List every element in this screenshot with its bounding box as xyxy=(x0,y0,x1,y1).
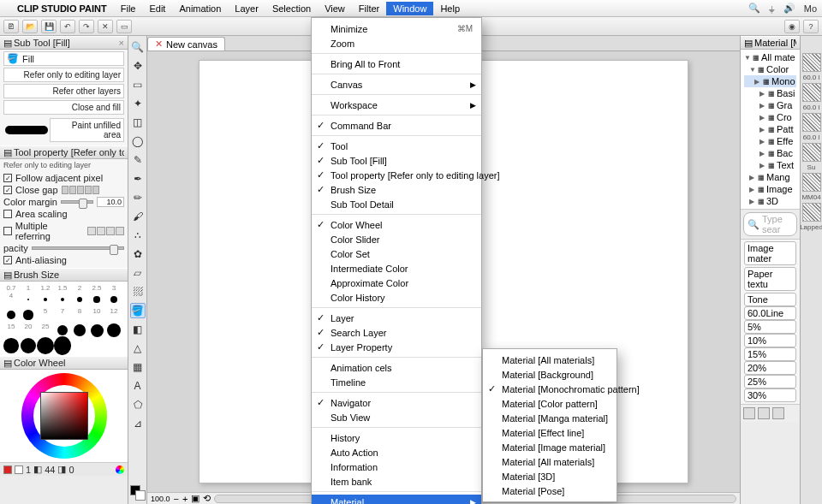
tag-chip[interactable]: Tone xyxy=(744,293,796,306)
brush-size-cell[interactable] xyxy=(37,338,54,353)
tool-correct-icon[interactable]: ⊿ xyxy=(130,416,146,431)
tree-item[interactable]: ▶▦3D xyxy=(744,195,796,207)
tool-wand-icon[interactable]: ✦ xyxy=(130,96,146,111)
tool-operation-icon[interactable]: ▭ xyxy=(130,77,146,92)
menu-item[interactable]: Material [All materials] xyxy=(483,353,616,367)
brush-size-cell[interactable] xyxy=(71,323,88,338)
tree-item[interactable]: ▶▦Patt xyxy=(744,123,796,135)
disclosure-icon[interactable]: ▶ xyxy=(754,78,761,86)
checkbox[interactable] xyxy=(3,227,12,235)
tree-item[interactable]: ▶▦Gra xyxy=(744,99,796,111)
menu-item[interactable]: Sub Tool Detail xyxy=(312,197,481,211)
disclosure-icon[interactable]: ▼ xyxy=(749,66,756,74)
zoom-out-icon[interactable]: − xyxy=(174,494,179,504)
menu-item[interactable]: History xyxy=(312,430,481,445)
brush-size-grid[interactable]: 0.711.21.522.5345781012152025 xyxy=(0,282,128,356)
tool-lasso-icon[interactable]: ◯ xyxy=(130,133,146,149)
tb-clear-icon[interactable]: ▭ xyxy=(116,20,132,33)
tool-brush-icon[interactable]: 🖌 xyxy=(130,209,146,224)
brush-size-cell[interactable] xyxy=(105,292,122,307)
swatch-icon[interactable] xyxy=(3,465,12,474)
wifi-icon[interactable]: ⏚ xyxy=(769,3,775,14)
menu-item[interactable]: Color Set xyxy=(312,246,481,261)
tb-cloud-icon[interactable]: ◉ xyxy=(784,20,800,33)
rotate-icon[interactable]: ⟲ xyxy=(203,493,211,504)
menu-icon[interactable]: ▤ xyxy=(3,358,12,369)
menu-item[interactable]: Minimize⌘M xyxy=(312,21,481,36)
disclosure-icon[interactable]: ▶ xyxy=(749,186,756,193)
material-panel-header[interactable]: ▤ Material [Monoc xyxy=(741,36,800,50)
disclosure-icon[interactable]: ▶ xyxy=(759,150,766,157)
tree-item[interactable]: ▶▦Bac xyxy=(744,147,796,159)
menubar-app[interactable]: CLIP STUDIO PAINT xyxy=(10,2,114,15)
material-submenu[interactable]: Material [All materials]Material [Backgr… xyxy=(482,348,617,502)
tag-chip[interactable]: Paper textu xyxy=(744,267,796,291)
tree-item[interactable]: ▶▦Image xyxy=(744,183,796,195)
window-menu[interactable]: Minimize⌘MZoomBring All to FrontCanvas▶W… xyxy=(311,17,482,504)
material-search[interactable]: 🔍 Type sear xyxy=(743,212,797,236)
canvas-tab[interactable]: ✕ New canvas xyxy=(147,37,225,50)
fill-option[interactable]: Refer other layers xyxy=(3,84,124,98)
disclosure-icon[interactable]: ▼ xyxy=(744,54,751,62)
disclosure-icon[interactable]: ▶ xyxy=(759,126,766,133)
menu-item[interactable]: Item bank xyxy=(312,474,481,489)
menu-item[interactable]: ✓Search Layer xyxy=(312,325,481,340)
brush-size-cell[interactable] xyxy=(3,307,20,323)
menu-item[interactable]: Zoom xyxy=(312,36,481,50)
tool-pen-icon[interactable]: ✒ xyxy=(130,171,146,187)
menu-item[interactable]: Workspace▶ xyxy=(312,98,481,112)
menu-item[interactable]: Bring All to Front xyxy=(312,56,481,71)
menu-item[interactable]: Approximate Color xyxy=(312,276,481,290)
menu-item[interactable]: ✓Tool property [Refer only to editing la… xyxy=(312,168,481,182)
fg-bg-swatch[interactable] xyxy=(130,485,146,501)
tree-item[interactable]: ▶▦Mono xyxy=(744,75,796,87)
tb-erase-icon[interactable]: ✕ xyxy=(98,20,113,33)
brush-size-cell[interactable] xyxy=(20,292,37,307)
subtool-panel-header[interactable]: ▤ Sub Tool [Fill] × xyxy=(0,36,128,50)
menu-icon[interactable]: ▤ xyxy=(3,147,12,158)
tool-zoom-icon[interactable]: 🔍 xyxy=(130,39,146,55)
checkbox[interactable]: ✓ xyxy=(3,256,12,264)
tb-undo-icon[interactable]: ↶ xyxy=(60,20,75,33)
tool-gradient-icon[interactable]: ◧ xyxy=(130,322,146,337)
toolprop-panel-header[interactable]: ▤ Tool property [Refer only to editing l… xyxy=(0,145,128,159)
menu-item[interactable]: ✓Material [Monochromatic pattern] xyxy=(483,382,616,396)
menubar-item-selection[interactable]: Selection xyxy=(265,2,318,15)
material-thumb[interactable] xyxy=(802,173,821,192)
menu-item[interactable]: Material▶ xyxy=(312,495,481,504)
menu-item[interactable]: Material [3D] xyxy=(483,469,616,483)
tool-figure-icon[interactable]: △ xyxy=(130,341,146,356)
menu-item[interactable]: Color History xyxy=(312,290,481,305)
menubar-item-edit[interactable]: Edit xyxy=(142,2,172,15)
tool-deco-icon[interactable]: ✿ xyxy=(130,246,146,262)
menubar-item-view[interactable]: View xyxy=(318,2,352,15)
fill-option[interactable]: Close and fill xyxy=(3,100,124,115)
material-tree[interactable]: ▼▦All mate▼▦Color▶▦Mono▶▦Basi▶▦Gra▶▦Cro▶… xyxy=(741,50,800,210)
tool-eraser-icon[interactable]: ▱ xyxy=(130,265,146,281)
menubar-item-help[interactable]: Help xyxy=(433,2,467,15)
tool-pencil-icon[interactable]: ✏ xyxy=(130,190,146,205)
disclosure-icon[interactable]: ▶ xyxy=(749,198,756,205)
fill-option[interactable]: Refer only to editing layer xyxy=(3,68,124,82)
menu-item[interactable]: ✓Command Bar xyxy=(312,118,481,133)
slider[interactable] xyxy=(61,200,93,204)
brush-size-cell[interactable] xyxy=(88,323,105,338)
menu-item[interactable]: Material [Background] xyxy=(483,367,616,382)
menu-item[interactable]: ✓Tool xyxy=(312,139,481,153)
menubar-item-window[interactable]: Window xyxy=(386,2,433,15)
menubar-item-file[interactable]: File xyxy=(114,2,143,15)
colorwheel-panel-header[interactable]: ▤ Color Wheel xyxy=(0,356,128,370)
tb-open-icon[interactable]: 📂 xyxy=(22,20,38,33)
menu-icon[interactable]: ▤ xyxy=(744,38,753,49)
menu-item[interactable]: Material [Color pattern] xyxy=(483,396,616,411)
material-thumb[interactable] xyxy=(802,83,821,102)
tag-chip[interactable]: Image mater xyxy=(744,241,796,265)
disclosure-icon[interactable]: ▶ xyxy=(759,90,766,98)
tool-frame-icon[interactable]: ▦ xyxy=(130,359,146,375)
menu-item[interactable]: Material [Manga material] xyxy=(483,411,616,425)
material-thumb[interactable] xyxy=(802,203,821,222)
tag-chip[interactable]: 20% xyxy=(744,361,796,375)
tree-item[interactable]: ▶▦Effe xyxy=(744,135,796,147)
tool-balloon-icon[interactable]: ⬠ xyxy=(130,397,146,412)
tag-chip[interactable]: 25% xyxy=(744,375,796,388)
